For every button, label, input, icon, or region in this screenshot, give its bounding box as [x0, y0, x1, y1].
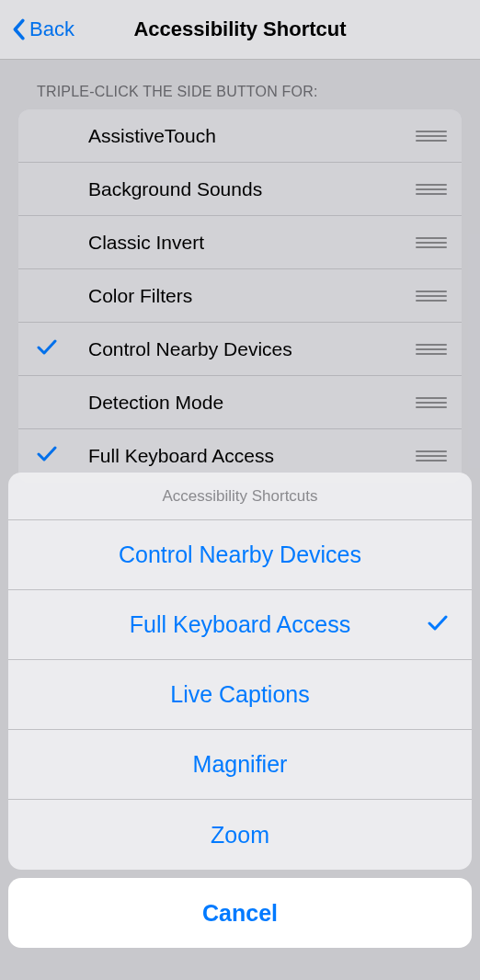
sheet-item[interactable]: Zoom: [8, 800, 472, 870]
sheet-title: Accessibility Shortcuts: [8, 473, 472, 520]
sheet-item[interactable]: Magnifier: [8, 730, 472, 800]
sheet-item[interactable]: Full Keyboard Access: [8, 590, 472, 660]
action-sheet: Accessibility Shortcuts Control Nearby D…: [8, 473, 472, 948]
checkmark-icon: [428, 611, 448, 638]
sheet-item[interactable]: Control Nearby Devices: [8, 520, 472, 590]
sheet-item[interactable]: Live Captions: [8, 660, 472, 730]
sheet-item-label: Zoom: [211, 822, 269, 849]
sheet-item-label: Magnifier: [193, 751, 288, 778]
sheet-item-label: Control Nearby Devices: [119, 541, 361, 568]
sheet-item-label: Full Keyboard Access: [130, 611, 350, 638]
cancel-button[interactable]: Cancel: [8, 878, 472, 948]
sheet-item-label: Live Captions: [170, 681, 309, 708]
action-sheet-panel: Accessibility Shortcuts Control Nearby D…: [8, 473, 472, 870]
